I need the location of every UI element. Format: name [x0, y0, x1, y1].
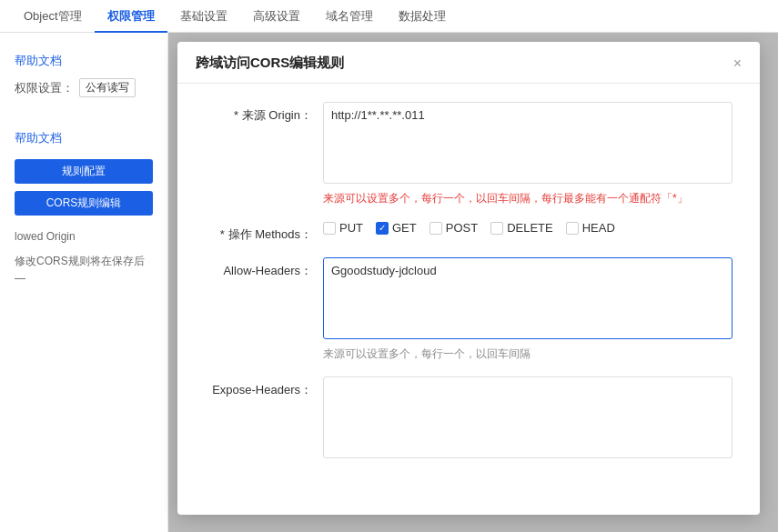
method-label-head: HEAD: [582, 221, 615, 235]
origin-label: * 来源 Origin：: [205, 102, 323, 124]
method-checkbox-head[interactable]: [566, 222, 579, 235]
sidebar-cors-section: 帮助文档: [0, 123, 167, 150]
methods-row: * 操作 Methods： PUTGETPOSTDELETEHEAD: [205, 221, 733, 243]
origin-row: * 来源 Origin： 来源可以设置多个，每行一个，以回车间隔，每行最多能有一…: [205, 102, 733, 206]
method-item-post[interactable]: POST: [429, 221, 478, 235]
method-checkbox-put[interactable]: [323, 222, 336, 235]
modal-header: 跨域访问CORS编辑规则 ×: [177, 42, 760, 84]
method-item-delete[interactable]: DELETE: [490, 221, 553, 235]
nav-tab-data[interactable]: 数据处理: [386, 0, 459, 33]
method-checkbox-get[interactable]: [376, 222, 389, 235]
origin-control-wrap: 来源可以设置多个，每行一个，以回车间隔，每行最多能有一个通配符「*」: [323, 102, 733, 206]
method-label-put: PUT: [339, 221, 363, 235]
origin-input[interactable]: [323, 102, 733, 184]
sidebar-acl-label: 权限设置： 公有读写: [0, 75, 167, 101]
main-content: 跨域访问CORS编辑规则 × * 来源 Origin： 来源可以设置多个，每行一…: [168, 33, 778, 532]
method-label-delete: DELETE: [507, 221, 553, 235]
nav-tab-permission[interactable]: 权限管理: [95, 0, 167, 33]
sidebar-cors-hint: 修改CORS规则将在保存后—: [0, 249, 167, 291]
top-nav: Object管理 权限管理 基础设置 高级设置 域名管理 数据处理: [0, 0, 778, 33]
method-label-get: GET: [392, 221, 417, 235]
nav-tab-advanced[interactable]: 高级设置: [240, 0, 313, 33]
methods-checkboxes: PUTGETPOSTDELETEHEAD: [323, 221, 733, 235]
sidebar-cors-help-link[interactable]: 帮助文档: [15, 131, 62, 145]
modal-close-button[interactable]: ×: [733, 56, 742, 71]
allow-headers-input[interactable]: [323, 257, 733, 339]
modal-body: * 来源 Origin： 来源可以设置多个，每行一个，以回车间隔，每行最多能有一…: [177, 84, 760, 494]
methods-label: * 操作 Methods：: [205, 221, 323, 243]
nav-tab-basic[interactable]: 基础设置: [167, 0, 240, 33]
modal-overlay: 跨域访问CORS编辑规则 × * 来源 Origin： 来源可以设置多个，每行一…: [168, 33, 778, 532]
sidebar-acl-value: 公有读写: [79, 78, 136, 97]
expose-headers-row: Expose-Headers：: [205, 376, 733, 461]
origin-hint: 来源可以设置多个，每行一个，以回车间隔，每行最多能有一个通配符「*」: [323, 190, 733, 206]
method-item-put[interactable]: PUT: [323, 221, 363, 235]
cors-edit-button[interactable]: CORS规则编辑: [15, 191, 153, 216]
allow-headers-label: Allow-Headers：: [205, 257, 323, 279]
rule-config-button[interactable]: 规则配置: [15, 159, 153, 184]
method-item-get[interactable]: GET: [376, 221, 417, 235]
methods-control-wrap: PUTGETPOSTDELETEHEAD: [323, 221, 733, 235]
sidebar-help-link[interactable]: 帮助文档: [0, 47, 167, 75]
allow-headers-hint: 来源可以设置多个，每行一个，以回车间隔: [323, 346, 733, 362]
sidebar-allowed-origin: lowed Origin: [0, 225, 167, 249]
method-checkbox-delete[interactable]: [490, 222, 503, 235]
method-checkbox-post[interactable]: [429, 222, 442, 235]
nav-tab-domain[interactable]: 域名管理: [313, 0, 386, 33]
method-label-post: POST: [446, 221, 478, 235]
allow-headers-row: Allow-Headers： 来源可以设置多个，每行一个，以回车间隔: [205, 257, 733, 362]
nav-tab-object[interactable]: Object管理: [11, 0, 95, 33]
method-item-head[interactable]: HEAD: [566, 221, 615, 235]
allow-headers-control-wrap: 来源可以设置多个，每行一个，以回车间隔: [323, 257, 733, 362]
sidebar: 帮助文档 权限设置： 公有读写 帮助文档 规则配置 CORS规则编辑 lowed…: [0, 33, 168, 532]
expose-headers-input[interactable]: [323, 376, 733, 458]
expose-headers-label: Expose-Headers：: [205, 376, 323, 398]
modal-title: 跨域访问CORS编辑规则: [196, 55, 344, 72]
expose-headers-control-wrap: [323, 376, 733, 461]
sidebar-btn-group: 规则配置 CORS规则编辑: [0, 150, 167, 225]
modal-dialog: 跨域访问CORS编辑规则 × * 来源 Origin： 来源可以设置多个，每行一…: [177, 42, 760, 515]
